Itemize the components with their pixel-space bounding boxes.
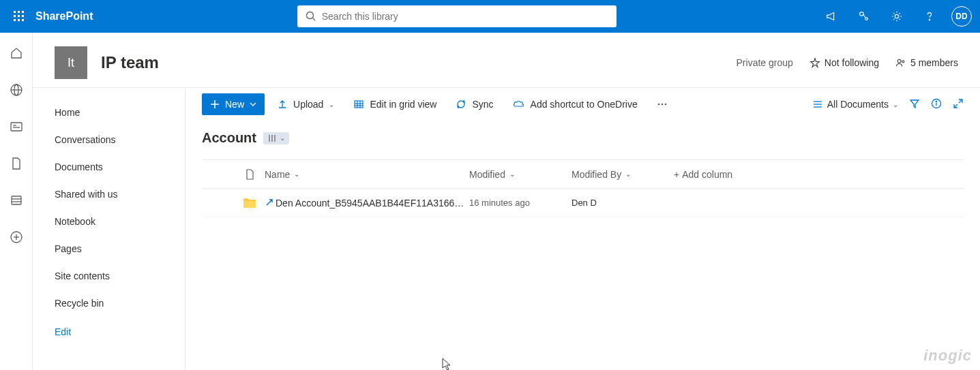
search-icon xyxy=(306,11,316,22)
add-column-button[interactable]: + Add column xyxy=(674,169,756,180)
svg-rect-31 xyxy=(355,101,363,108)
chevron-down-icon: ⌄ xyxy=(625,170,631,178)
new-button[interactable]: New xyxy=(202,93,265,115)
rail-lists-button[interactable] xyxy=(5,189,27,211)
svg-point-11 xyxy=(860,12,863,16)
list-icon xyxy=(10,194,23,207)
table-row[interactable]: Den Account_B5945AAB1B44EF11A316604… 16 … xyxy=(202,189,964,217)
list-columns-chip[interactable]: ⌄ xyxy=(263,132,289,144)
filter-icon xyxy=(909,98,920,109)
filter-button[interactable] xyxy=(909,98,920,111)
upload-label: Upload xyxy=(293,99,323,110)
site-logo[interactable]: It xyxy=(55,46,87,79)
nav-site-contents[interactable]: Site contents xyxy=(33,262,185,290)
nav-edit-link[interactable]: Edit xyxy=(33,317,185,347)
people-icon xyxy=(895,57,906,68)
star-icon xyxy=(810,57,820,68)
rail-files-button[interactable] xyxy=(5,153,27,174)
svg-rect-5 xyxy=(22,15,24,17)
svg-point-37 xyxy=(661,104,663,106)
grid-icon xyxy=(353,99,364,110)
left-nav: Home Conversations Documents Shared with… xyxy=(33,88,185,370)
app-name[interactable]: SharePoint xyxy=(35,10,93,22)
nav-pages[interactable]: Pages xyxy=(33,235,185,262)
file-icon xyxy=(245,169,254,180)
suite-icons: DD xyxy=(820,5,972,27)
more-button[interactable] xyxy=(650,93,674,115)
shortcut-badge-icon xyxy=(265,198,274,207)
row-name: Den Account_B5945AAB1B44EF11A316604… xyxy=(276,198,469,209)
rail-news-button[interactable] xyxy=(5,116,27,138)
home-icon xyxy=(10,46,23,60)
rail-create-button[interactable] xyxy=(5,226,27,248)
view-selector[interactable]: All Documents ⌄ xyxy=(812,99,898,110)
privacy-label: Private group xyxy=(737,57,793,68)
suite-header: SharePoint DD xyxy=(0,0,980,33)
new-label: New xyxy=(225,99,244,110)
plus-icon: + xyxy=(674,169,679,180)
search-box[interactable] xyxy=(297,5,617,27)
nav-recycle[interactable]: Recycle bin xyxy=(33,290,185,317)
edit-grid-label: Edit in grid view xyxy=(370,99,436,110)
column-modified-label: Modified xyxy=(469,169,505,180)
shortcut-button[interactable]: Add shortcut to OneDrive xyxy=(506,93,644,115)
edit-grid-button[interactable]: Edit in grid view xyxy=(346,93,443,115)
nav-shared[interactable]: Shared with us xyxy=(33,181,185,208)
gear-icon xyxy=(891,10,903,22)
chevron-down-icon: ⌄ xyxy=(893,101,898,108)
svg-line-10 xyxy=(312,18,315,21)
more-icon xyxy=(657,99,668,110)
command-bar: New Upload ⌄ Edit in grid view Syn xyxy=(185,88,980,121)
rail-home-button[interactable] xyxy=(5,42,27,64)
share-button[interactable] xyxy=(853,5,875,27)
document-table: Name ⌄ Modified ⌄ Modified By ⌄ xyxy=(202,159,964,217)
sync-button[interactable]: Sync xyxy=(449,93,500,115)
folder-icon xyxy=(243,198,256,209)
row-modified: 16 minutes ago xyxy=(469,198,571,208)
help-button[interactable] xyxy=(919,5,940,27)
svg-rect-7 xyxy=(18,19,20,21)
svg-rect-2 xyxy=(22,11,24,13)
column-modified[interactable]: Modified ⌄ xyxy=(469,169,571,180)
shortcut-label: Add shortcut to OneDrive xyxy=(531,99,638,110)
megaphone-button[interactable] xyxy=(820,5,842,27)
chevron-down-icon: ⌄ xyxy=(329,101,334,108)
search-input[interactable] xyxy=(322,11,608,22)
nav-conversations[interactable]: Conversations xyxy=(33,126,185,153)
sync-icon xyxy=(456,99,466,110)
svg-rect-8 xyxy=(22,19,24,21)
app-rail xyxy=(0,33,33,370)
chevron-down-icon: ⌄ xyxy=(509,170,515,178)
file-icon xyxy=(10,157,23,170)
column-name[interactable]: Name ⌄ xyxy=(265,169,469,180)
plus-circle-icon xyxy=(10,230,23,244)
svg-point-12 xyxy=(865,18,868,20)
rail-globe-button[interactable] xyxy=(5,79,27,101)
svg-point-28 xyxy=(902,61,904,63)
svg-point-14 xyxy=(929,19,930,20)
svg-rect-21 xyxy=(12,196,21,204)
upload-icon xyxy=(277,99,288,110)
svg-rect-18 xyxy=(11,123,22,131)
site-title[interactable]: IP team xyxy=(101,53,159,72)
chevron-down-icon: ⌄ xyxy=(280,134,285,142)
nav-documents[interactable]: Documents xyxy=(33,153,185,181)
column-type-icon[interactable] xyxy=(235,169,265,180)
nav-notebook[interactable]: Notebook xyxy=(33,208,185,235)
nav-home[interactable]: Home xyxy=(33,99,185,126)
user-avatar[interactable]: DD xyxy=(951,6,972,27)
column-modified-by[interactable]: Modified By ⌄ xyxy=(571,169,674,180)
svg-point-44 xyxy=(936,101,936,102)
members-label: 5 members xyxy=(910,57,958,68)
list-title-row: Account ⌄ xyxy=(202,130,964,146)
globe-icon xyxy=(10,83,23,97)
upload-button[interactable]: Upload ⌄ xyxy=(270,93,341,115)
follow-button[interactable]: Not following xyxy=(810,57,879,68)
info-button[interactable] xyxy=(931,98,942,111)
expand-button[interactable] xyxy=(953,98,964,111)
watermark: inogic xyxy=(923,347,972,365)
members-button[interactable]: 5 members xyxy=(895,57,958,68)
settings-button[interactable] xyxy=(886,5,908,27)
app-launcher-button[interactable] xyxy=(8,5,30,27)
columns-icon xyxy=(267,134,277,143)
